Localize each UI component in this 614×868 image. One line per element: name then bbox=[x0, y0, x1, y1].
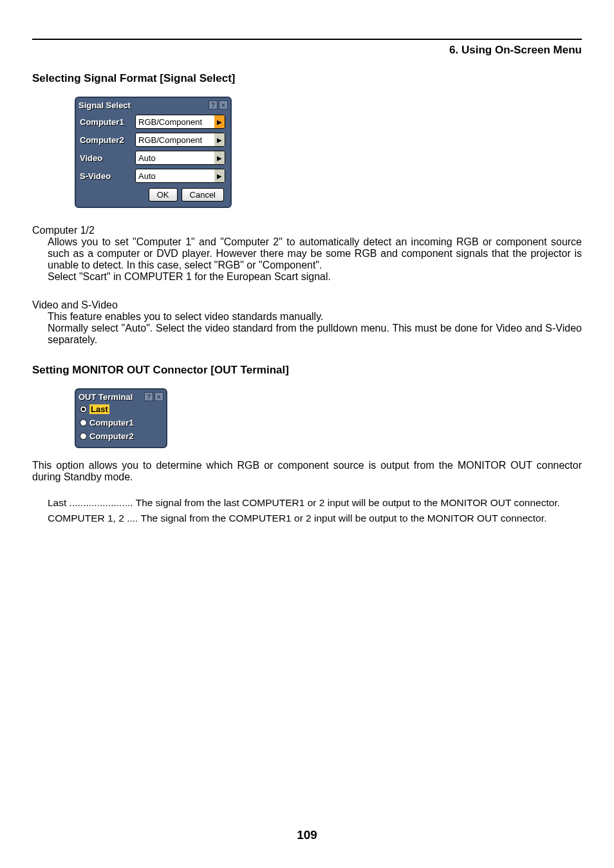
chapter-heading: 6. Using On-Screen Menu bbox=[32, 44, 582, 57]
cancel-button[interactable]: Cancel bbox=[181, 188, 224, 202]
dropdown-computer2[interactable]: RGB/Component ▶ bbox=[135, 133, 225, 147]
radio-option-last[interactable]: Last bbox=[77, 402, 165, 416]
chevron-right-icon: ▶ bbox=[214, 151, 225, 164]
desc-out-terminal: This option allows you to determine whic… bbox=[32, 460, 582, 483]
dialog-title: OUT Terminal bbox=[79, 392, 143, 402]
radio-icon bbox=[80, 419, 87, 426]
signal-select-dialog: Signal Select ? × Computer1 RGB/Componen… bbox=[75, 97, 232, 208]
dropdown-value: Auto bbox=[136, 153, 214, 163]
signal-row-svideo: S-Video Auto ▶ bbox=[80, 169, 227, 183]
chevron-right-icon: ▶ bbox=[214, 133, 225, 146]
close-icon[interactable]: × bbox=[154, 392, 163, 401]
radio-option-computer2[interactable]: Computer2 bbox=[77, 429, 165, 443]
dropdown-value: RGB/Component bbox=[136, 117, 214, 127]
definition-list: Last ....................... The signal … bbox=[32, 497, 582, 524]
radio-label: Last bbox=[89, 404, 109, 414]
radio-option-computer1[interactable]: Computer1 bbox=[77, 416, 165, 429]
signal-row-computer1: Computer1 RGB/Component ▶ bbox=[80, 115, 227, 129]
close-icon[interactable]: × bbox=[219, 100, 228, 109]
term-video: Video and S-Video bbox=[32, 299, 582, 311]
dropdown-video[interactable]: Auto ▶ bbox=[135, 151, 225, 165]
help-icon[interactable]: ? bbox=[209, 100, 218, 109]
section-title-signal-select: Selecting Signal Format [Signal Select] bbox=[32, 72, 582, 85]
chevron-right-icon: ▶ bbox=[214, 169, 225, 182]
def-term: Last ....................... bbox=[48, 497, 136, 508]
dropdown-value: RGB/Component bbox=[136, 135, 214, 145]
chevron-right-icon: ▶ bbox=[214, 115, 225, 128]
desc-video2: Normally select "Auto". Select the video… bbox=[32, 323, 582, 346]
out-terminal-dialog: OUT Terminal ? × Last Computer1 Computer… bbox=[75, 388, 167, 448]
row-label: S-Video bbox=[80, 171, 135, 181]
radio-icon bbox=[80, 406, 87, 413]
dropdown-value: Auto bbox=[136, 171, 214, 181]
radio-label: Computer2 bbox=[89, 431, 134, 441]
term-computer: Computer 1/2 bbox=[32, 225, 582, 236]
desc-video1: This feature enables you to select video… bbox=[32, 311, 582, 323]
def-body: The signal from the COMPUTER1 or 2 input… bbox=[140, 513, 546, 524]
signal-row-computer2: Computer2 RGB/Component ▶ bbox=[80, 133, 227, 147]
dropdown-svideo[interactable]: Auto ▶ bbox=[135, 169, 225, 183]
dialog-titlebar: OUT Terminal ? × bbox=[77, 391, 165, 402]
desc-computer: Allows you to set "Computer 1" and "Comp… bbox=[32, 236, 582, 271]
ok-button[interactable]: OK bbox=[149, 188, 178, 202]
row-label: Computer2 bbox=[80, 135, 135, 145]
section-title-out-terminal: Setting MONITOR OUT Connector [OUT Termi… bbox=[32, 364, 582, 377]
radio-label: Computer1 bbox=[89, 418, 134, 428]
signal-row-video: Video Auto ▶ bbox=[80, 151, 227, 165]
dropdown-computer1[interactable]: RGB/Component ▶ bbox=[135, 115, 225, 129]
dialog-titlebar: Signal Select ? × bbox=[77, 99, 229, 111]
page-number: 109 bbox=[0, 828, 614, 842]
row-label: Computer1 bbox=[80, 117, 135, 127]
def-term: COMPUTER 1, 2 .... bbox=[48, 513, 140, 524]
desc-computer2: Select "Scart" in COMPUTER 1 for the Eur… bbox=[32, 271, 582, 283]
row-label: Video bbox=[80, 153, 135, 163]
def-body: The signal from the last COMPUTER1 or 2 … bbox=[136, 497, 560, 508]
radio-icon bbox=[80, 433, 87, 440]
dialog-title: Signal Select bbox=[79, 100, 207, 110]
def-computer12: COMPUTER 1, 2 .... The signal from the C… bbox=[48, 513, 582, 524]
def-last: Last ....................... The signal … bbox=[48, 497, 582, 509]
help-icon[interactable]: ? bbox=[144, 392, 153, 401]
